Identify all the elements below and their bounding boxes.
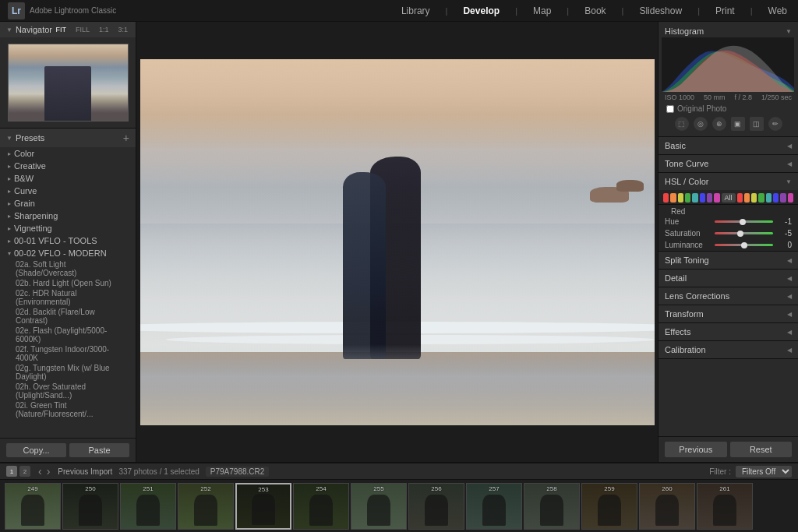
filter-dropdown[interactable]: Filters Off	[736, 466, 792, 477]
hsl-header[interactable]: HSL / Color ▼	[659, 173, 798, 190]
hsl-dot-mg[interactable]	[714, 193, 719, 203]
hsl-color-dot-bl[interactable]	[773, 193, 779, 203]
preset-sub-item[interactable]: 02g. Tungsten Mix (w/ Blue Daylight)	[0, 363, 136, 382]
preset-sub-item[interactable]: 02a. Soft Light (Shade/Overcast)	[0, 259, 136, 278]
preset-group-item[interactable]: ▸B&W	[0, 172, 136, 185]
copy-button[interactable]: Copy...	[6, 443, 66, 457]
film-thumb[interactable]: 259	[581, 483, 637, 530]
hsl-color-dot-pu[interactable]	[780, 193, 786, 203]
detail-section: Detail ◀	[659, 270, 798, 287]
original-photo-checkbox[interactable]	[666, 105, 674, 113]
page-dot-1[interactable]: 1	[6, 466, 17, 477]
film-thumb[interactable]: 256	[408, 483, 464, 530]
tone-curve-header[interactable]: Tone Curve ◀	[659, 155, 798, 172]
preset-sub-item[interactable]: 02h. Over Saturated (Uplight/Sand...)	[0, 382, 136, 400]
film-thumb[interactable]: 260	[639, 483, 695, 530]
nav-zoom-fit[interactable]: FIT	[54, 25, 68, 34]
preset-group-item[interactable]: ▸Curve	[0, 185, 136, 197]
film-thumb[interactable]: 250	[62, 483, 118, 530]
preset-group-item[interactable]: ▸Creative	[0, 160, 136, 172]
hsl-dot-r[interactable]	[663, 193, 669, 203]
preset-sub-item[interactable]: 02c. HDR Natural (Environmental)	[0, 288, 136, 307]
page-dot-2[interactable]: 2	[19, 466, 30, 477]
split-toning-header[interactable]: Split Toning ◀	[659, 252, 798, 269]
nav-item-web[interactable]: Web	[765, 4, 790, 18]
lr-logo: Lr	[8, 2, 25, 19]
crop-tool[interactable]: ⬚	[675, 117, 689, 131]
reset-button[interactable]: Reset	[730, 442, 793, 457]
effects-header[interactable]: Effects ◀	[659, 323, 798, 340]
film-thumb[interactable]: 254	[293, 483, 349, 530]
preset-group-item[interactable]: ▾00-02 VFLO - MODERN	[0, 247, 136, 259]
preset-sub-item[interactable]: 02i. Green Tint (Nature/Fluorescent/...	[0, 400, 136, 419]
right-panel: Histogram ▼ ISO 1000 50 mm f / 2.8	[658, 22, 798, 462]
nav-zoom-3_1[interactable]: 3:1	[116, 25, 129, 34]
hsl-tab-all[interactable]: All	[722, 193, 736, 203]
spot-removal-tool[interactable]: ◎	[694, 117, 708, 131]
adjustment-brush-tool[interactable]: ✏	[768, 117, 782, 131]
navigator-header[interactable]: ▼ Navigator FIT FILL 1:1 3:1	[0, 22, 136, 37]
nav-item-print[interactable]: Print	[712, 4, 738, 18]
preset-sub-item[interactable]: 02b. Hard Light (Open Sun)	[0, 278, 136, 288]
transform-header[interactable]: Transform ◀	[659, 305, 798, 322]
hsl-slider-thumb[interactable]	[741, 242, 747, 248]
preset-sub-item[interactable]: 02d. Backlit (Flare/Low Contrast)	[0, 307, 136, 326]
hsl-dot-o[interactable]	[670, 193, 676, 203]
radial-filter-tool[interactable]: ◫	[750, 117, 764, 131]
hsl-color-dot-g[interactable]	[758, 193, 764, 203]
hsl-row-luminance: Luminance0	[659, 239, 798, 251]
hsl-dot-y[interactable]	[678, 193, 683, 203]
preset-group-item[interactable]: ▸00-01 VFLO - TOOLS	[0, 234, 136, 247]
previous-button[interactable]: Previous	[665, 442, 727, 457]
film-thumb[interactable]: 253	[235, 483, 291, 530]
hsl-color-dot-mg[interactable]	[788, 193, 793, 203]
film-figure	[79, 495, 102, 526]
hsl-color-dot-y[interactable]	[751, 193, 757, 203]
preset-sub-item[interactable]: 02f. Tungsten Indoor/3000-4000K	[0, 344, 136, 363]
histogram-header[interactable]: Histogram ▼	[662, 25, 795, 37]
film-thumb[interactable]: 258	[524, 483, 580, 530]
nav-item-map[interactable]: Map	[530, 4, 554, 18]
hsl-dot-aq[interactable]	[692, 193, 697, 203]
hsl-color-dot-o[interactable]	[744, 193, 750, 203]
presets-add-icon[interactable]: +	[123, 132, 129, 144]
paste-button[interactable]: Paste	[69, 443, 129, 457]
preset-group-item[interactable]: ▸Grain	[0, 197, 136, 210]
basic-header[interactable]: Basic ◀	[659, 137, 798, 154]
hsl-slider-track[interactable]	[715, 244, 773, 246]
film-thumb[interactable]: 252	[178, 483, 234, 530]
hsl-color-dot-r[interactable]	[737, 193, 743, 203]
presets-header[interactable]: ▼ Presets +	[0, 129, 136, 147]
nav-zoom-1_1[interactable]: 1:1	[97, 25, 111, 34]
film-thumb[interactable]: 249	[5, 483, 61, 530]
hsl-slider-track[interactable]	[715, 232, 773, 234]
preset-group-item[interactable]: ▸Sharpening	[0, 210, 136, 222]
preset-group-item[interactable]: ▸Color	[0, 147, 136, 160]
filmstrip-prev-btn[interactable]: ‹	[37, 465, 44, 477]
lens-corrections-header[interactable]: Lens Corrections ◀	[659, 287, 798, 305]
nav-zoom-fill[interactable]: FILL	[74, 25, 91, 34]
hsl-dot-pu[interactable]	[707, 193, 712, 203]
nav-item-develop[interactable]: Develop	[460, 4, 503, 18]
film-figure	[713, 495, 736, 526]
film-thumb[interactable]: 261	[697, 483, 753, 530]
hsl-dot-bl[interactable]	[700, 193, 705, 203]
film-thumb[interactable]: 251	[120, 483, 176, 530]
filmstrip-next-btn[interactable]: ›	[45, 465, 52, 477]
nav-item-book[interactable]: Book	[581, 4, 609, 18]
hsl-dot-g[interactable]	[685, 193, 690, 203]
hsl-slider-track[interactable]	[715, 220, 773, 223]
hsl-slider-thumb[interactable]	[737, 231, 743, 237]
hsl-slider-thumb[interactable]	[740, 219, 746, 225]
nav-item-slideshow[interactable]: Slideshow	[636, 4, 685, 18]
preset-group-item[interactable]: ▸Vignetting	[0, 222, 136, 234]
preset-sub-item[interactable]: 02e. Flash (Daylight/5000-6000K)	[0, 326, 136, 344]
film-thumb[interactable]: 255	[351, 483, 407, 530]
nav-item-library[interactable]: Library	[398, 4, 433, 18]
graduated-filter-tool[interactable]: ▣	[731, 117, 745, 131]
hsl-color-dot-aq[interactable]	[766, 193, 772, 203]
calibration-header[interactable]: Calibration ◀	[659, 341, 798, 358]
film-thumb[interactable]: 257	[466, 483, 522, 530]
redeye-tool[interactable]: ⊕	[712, 117, 726, 131]
detail-header[interactable]: Detail ◀	[659, 270, 798, 287]
